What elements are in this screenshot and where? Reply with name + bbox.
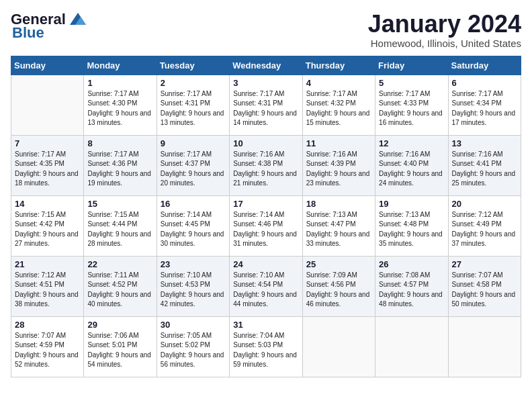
day-number: 25 — [306, 259, 371, 269]
sunset-text: Sunset: 4:48 PM — [379, 220, 429, 228]
sunrise-text: Sunrise: 7:17 AM — [233, 90, 284, 97]
calendar-cell: 9 Sunrise: 7:17 AM Sunset: 4:37 PM Dayli… — [157, 135, 229, 195]
daylight-text: Daylight: 9 hours and 46 minutes. — [306, 291, 370, 308]
calendar-cell: 23 Sunrise: 7:10 AM Sunset: 4:53 PM Dayl… — [157, 256, 229, 316]
day-info: Sunrise: 7:17 AM Sunset: 4:33 PM Dayligh… — [379, 89, 444, 128]
calendar-week-3: 14 Sunrise: 7:15 AM Sunset: 4:42 PM Dayl… — [11, 195, 521, 256]
daylight-text: Daylight: 9 hours and 50 minutes. — [452, 291, 516, 308]
day-info: Sunrise: 7:05 AM Sunset: 5:02 PM Dayligh… — [161, 331, 226, 370]
day-info: Sunrise: 7:16 AM Sunset: 4:41 PM Dayligh… — [452, 150, 517, 189]
calendar-week-4: 21 Sunrise: 7:12 AM Sunset: 4:51 PM Dayl… — [11, 256, 521, 316]
daylight-text: Daylight: 9 hours and 17 minutes. — [452, 109, 516, 127]
daylight-text: Daylight: 9 hours and 42 minutes. — [161, 291, 224, 308]
weekday-header-sunday: Sunday — [11, 56, 84, 75]
sunrise-text: Sunrise: 7:07 AM — [452, 271, 503, 279]
day-info: Sunrise: 7:12 AM Sunset: 4:51 PM Dayligh… — [15, 271, 80, 310]
calendar-cell — [11, 75, 84, 135]
day-number: 31 — [233, 320, 298, 330]
sunrise-text: Sunrise: 7:14 AM — [161, 211, 212, 218]
day-info: Sunrise: 7:13 AM Sunset: 4:48 PM Dayligh… — [379, 210, 444, 249]
calendar-table: SundayMondayTuesdayWednesdayThursdayFrid… — [11, 56, 521, 377]
daylight-text: Daylight: 9 hours and 27 minutes. — [15, 230, 79, 248]
page-header: General Blue January 2024 Homewood, Illi… — [11, 11, 521, 49]
sunrise-text: Sunrise: 7:16 AM — [233, 150, 284, 158]
sunset-text: Sunset: 4:37 PM — [161, 160, 210, 167]
calendar-cell — [448, 316, 521, 377]
daylight-text: Daylight: 9 hours and 40 minutes. — [87, 291, 151, 308]
daylight-text: Daylight: 9 hours and 35 minutes. — [379, 230, 443, 248]
daylight-text: Daylight: 9 hours and 25 minutes. — [452, 170, 516, 187]
sunrise-text: Sunrise: 7:13 AM — [306, 211, 357, 218]
calendar-cell: 24 Sunrise: 7:10 AM Sunset: 4:54 PM Dayl… — [230, 256, 302, 316]
sunrise-text: Sunrise: 7:12 AM — [15, 271, 66, 279]
calendar-cell: 14 Sunrise: 7:15 AM Sunset: 4:42 PM Dayl… — [11, 195, 84, 256]
sunset-text: Sunset: 4:47 PM — [306, 220, 356, 228]
day-number: 6 — [452, 78, 517, 88]
daylight-text: Daylight: 9 hours and 52 minutes. — [15, 351, 79, 369]
sunset-text: Sunset: 4:30 PM — [87, 99, 137, 107]
day-info: Sunrise: 7:07 AM Sunset: 4:59 PM Dayligh… — [15, 331, 80, 370]
sunrise-text: Sunrise: 7:17 AM — [161, 90, 212, 97]
day-number: 29 — [87, 320, 152, 330]
calendar-cell: 18 Sunrise: 7:13 AM Sunset: 4:47 PM Dayl… — [302, 195, 375, 256]
sunrise-text: Sunrise: 7:16 AM — [306, 150, 357, 158]
sunset-text: Sunset: 4:40 PM — [379, 160, 429, 167]
day-info: Sunrise: 7:17 AM Sunset: 4:31 PM Dayligh… — [233, 89, 298, 128]
day-info: Sunrise: 7:13 AM Sunset: 4:47 PM Dayligh… — [306, 210, 371, 249]
day-number: 17 — [233, 199, 298, 209]
sunset-text: Sunset: 4:31 PM — [233, 99, 283, 107]
daylight-text: Daylight: 9 hours and 28 minutes. — [87, 230, 151, 248]
day-number: 14 — [15, 199, 80, 209]
day-info: Sunrise: 7:15 AM Sunset: 4:42 PM Dayligh… — [15, 210, 80, 249]
day-number: 18 — [306, 199, 371, 209]
daylight-text: Daylight: 9 hours and 56 minutes. — [161, 351, 224, 369]
calendar-week-2: 7 Sunrise: 7:17 AM Sunset: 4:35 PM Dayli… — [11, 135, 521, 195]
day-number: 27 — [452, 259, 517, 269]
day-info: Sunrise: 7:10 AM Sunset: 4:53 PM Dayligh… — [161, 271, 226, 310]
sunrise-text: Sunrise: 7:10 AM — [161, 271, 212, 279]
weekday-header-thursday: Thursday — [302, 56, 375, 75]
sunrise-text: Sunrise: 7:10 AM — [233, 271, 284, 279]
calendar-cell: 27 Sunrise: 7:07 AM Sunset: 4:58 PM Dayl… — [448, 256, 521, 316]
calendar-cell: 21 Sunrise: 7:12 AM Sunset: 4:51 PM Dayl… — [11, 256, 84, 316]
calendar-title: January 2024 — [368, 11, 521, 38]
sunrise-text: Sunrise: 7:12 AM — [452, 211, 503, 218]
sunset-text: Sunset: 4:57 PM — [379, 281, 429, 288]
calendar-cell: 25 Sunrise: 7:09 AM Sunset: 4:56 PM Dayl… — [302, 256, 375, 316]
daylight-text: Daylight: 9 hours and 20 minutes. — [161, 170, 224, 187]
calendar-cell: 15 Sunrise: 7:15 AM Sunset: 4:44 PM Dayl… — [84, 195, 157, 256]
day-info: Sunrise: 7:10 AM Sunset: 4:54 PM Dayligh… — [233, 271, 298, 310]
sunset-text: Sunset: 4:45 PM — [161, 220, 210, 228]
weekday-header-friday: Friday — [375, 56, 448, 75]
day-info: Sunrise: 7:17 AM Sunset: 4:30 PM Dayligh… — [87, 89, 152, 128]
calendar-cell — [375, 316, 448, 377]
calendar-cell: 17 Sunrise: 7:14 AM Sunset: 4:46 PM Dayl… — [230, 195, 302, 256]
sunset-text: Sunset: 4:59 PM — [15, 341, 64, 349]
sunset-text: Sunset: 4:58 PM — [452, 281, 502, 288]
weekday-header-monday: Monday — [84, 56, 157, 75]
day-info: Sunrise: 7:08 AM Sunset: 4:57 PM Dayligh… — [379, 271, 444, 310]
sunset-text: Sunset: 4:41 PM — [452, 160, 502, 167]
calendar-cell: 6 Sunrise: 7:17 AM Sunset: 4:34 PM Dayli… — [448, 75, 521, 135]
sunset-text: Sunset: 4:56 PM — [306, 281, 356, 288]
sunrise-text: Sunrise: 7:17 AM — [87, 150, 138, 158]
weekday-header-wednesday: Wednesday — [230, 56, 302, 75]
day-info: Sunrise: 7:16 AM Sunset: 4:38 PM Dayligh… — [233, 150, 298, 189]
day-info: Sunrise: 7:17 AM Sunset: 4:36 PM Dayligh… — [87, 150, 152, 189]
day-info: Sunrise: 7:12 AM Sunset: 4:49 PM Dayligh… — [452, 210, 517, 249]
day-number: 16 — [161, 199, 226, 209]
sunset-text: Sunset: 4:49 PM — [452, 220, 502, 228]
calendar-cell: 28 Sunrise: 7:07 AM Sunset: 4:59 PM Dayl… — [11, 316, 84, 377]
calendar-cell: 13 Sunrise: 7:16 AM Sunset: 4:41 PM Dayl… — [448, 135, 521, 195]
sunrise-text: Sunrise: 7:17 AM — [379, 90, 430, 97]
day-number: 13 — [452, 138, 517, 148]
sunrise-text: Sunrise: 7:17 AM — [87, 90, 138, 97]
calendar-cell: 22 Sunrise: 7:11 AM Sunset: 4:52 PM Dayl… — [84, 256, 157, 316]
day-number: 8 — [87, 138, 152, 148]
day-info: Sunrise: 7:14 AM Sunset: 4:45 PM Dayligh… — [161, 210, 226, 249]
calendar-cell: 4 Sunrise: 7:17 AM Sunset: 4:32 PM Dayli… — [302, 75, 375, 135]
day-number: 5 — [379, 78, 444, 88]
sunset-text: Sunset: 4:46 PM — [233, 220, 283, 228]
sunset-text: Sunset: 4:51 PM — [15, 281, 64, 288]
sunrise-text: Sunrise: 7:08 AM — [379, 271, 430, 279]
